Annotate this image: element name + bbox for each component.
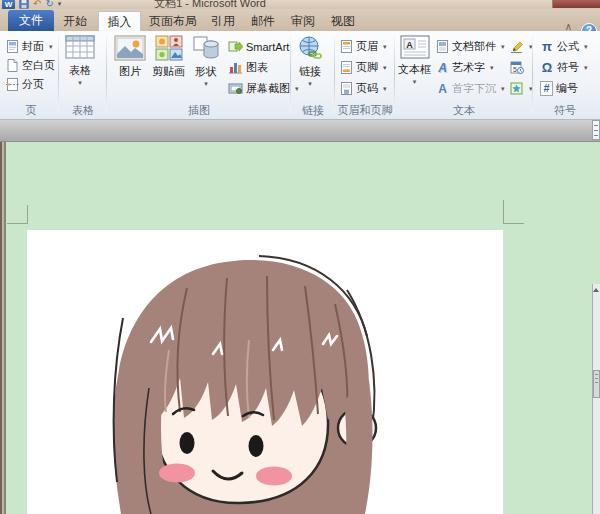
- blank-page-icon: [6, 59, 19, 72]
- window-title: 文档1 - Microsoft Word: [0, 0, 420, 9]
- quick-parts-icon: [436, 40, 449, 53]
- tab-insert[interactable]: 插入: [98, 11, 141, 31]
- svg-text:5: 5: [513, 66, 517, 73]
- close-button[interactable]: [552, 0, 600, 8]
- group-label-pages: 页: [4, 103, 58, 118]
- picture-icon: [114, 35, 146, 61]
- text-box-button[interactable]: A 文本框: [398, 35, 431, 85]
- word-window: W ↶ ↻ ▾ 文档1 - Microsoft Word 文件 开始 插入 页面…: [0, 0, 600, 514]
- group-label-tables: 表格: [60, 103, 106, 118]
- svg-text:A: A: [406, 40, 413, 50]
- scroll-up-icon[interactable]: [593, 288, 599, 292]
- cartoon-girl-illustration: [27, 230, 503, 514]
- tab-home[interactable]: 开始: [58, 11, 92, 31]
- group-header-footer: 页眉 页脚 页码 页眉和页脚: [336, 31, 394, 119]
- group-symbols: π 公式 Ω 符号 # 编号 符号: [534, 31, 596, 119]
- vertical-scrollbar[interactable]: [592, 284, 600, 514]
- object-button[interactable]: [508, 80, 533, 97]
- hyperlink-globe-icon: [297, 35, 323, 61]
- header-icon: [340, 40, 353, 53]
- tab-file[interactable]: 文件: [8, 10, 54, 31]
- drop-cap-icon: A: [436, 82, 449, 96]
- header-button[interactable]: 页眉: [338, 38, 387, 55]
- smartart-icon: [228, 40, 243, 53]
- number-button[interactable]: # 编号: [538, 80, 578, 97]
- footer-button[interactable]: 页脚: [338, 59, 387, 76]
- tab-mailings[interactable]: 邮件: [246, 11, 280, 31]
- tab-references[interactable]: 引用: [206, 11, 240, 31]
- view-ruler-button[interactable]: [592, 120, 600, 140]
- tab-review[interactable]: 审阅: [286, 11, 320, 31]
- picture-button[interactable]: 图片: [114, 35, 146, 79]
- group-label-links: 链接: [292, 103, 334, 118]
- table-icon: [65, 35, 95, 60]
- link-button[interactable]: 链接: [297, 35, 323, 87]
- group-label-symbols: 符号: [534, 103, 596, 118]
- screenshot-button[interactable]: 屏幕截图: [226, 80, 299, 97]
- group-text: A 文本框 文档部件 A 艺术字 A 首字下沉: [396, 31, 532, 119]
- text-boundary-mark-left: [7, 205, 28, 224]
- scrollbar-thumb[interactable]: [593, 370, 600, 398]
- footer-icon: [340, 61, 353, 74]
- shapes-button[interactable]: 形状: [192, 35, 220, 87]
- symbol-button[interactable]: Ω 符号: [538, 59, 588, 76]
- quick-parts-button[interactable]: 文档部件: [434, 38, 505, 55]
- document-page[interactable]: [0, 142, 600, 514]
- ribbon-insert: 封面 空白页 分页 页: [0, 31, 600, 120]
- chart-button[interactable]: 图表: [226, 59, 268, 76]
- group-pages: 封面 空白页 分页 页: [4, 31, 58, 119]
- equation-button[interactable]: π 公式: [538, 38, 588, 55]
- clipart-icon: [155, 35, 183, 61]
- table-button[interactable]: 表格: [65, 35, 95, 86]
- drop-cap-button[interactable]: A 首字下沉: [434, 80, 505, 97]
- screenshot-icon: [228, 83, 243, 95]
- group-label-header-footer: 页眉和页脚: [336, 103, 394, 118]
- page-number-button[interactable]: 页码: [338, 80, 387, 97]
- wordart-button[interactable]: A 艺术字: [434, 59, 494, 76]
- group-illustrations: 图片 剪贴画 形状: [108, 31, 290, 119]
- blank-page-button[interactable]: 空白页: [4, 57, 55, 74]
- chart-icon: [228, 61, 243, 74]
- page-break-button[interactable]: 分页: [4, 76, 44, 93]
- window-frame-edge-dark: [4, 142, 6, 514]
- inserted-picture-cartoon-girl[interactable]: [27, 230, 503, 514]
- wordart-icon: A: [436, 61, 449, 75]
- page-break-icon: [6, 78, 19, 91]
- ribbon-tab-bar: 文件 开始 插入 页面布局 引用 邮件 审阅 视图 ∧ ?: [0, 9, 600, 31]
- text-box-icon: A: [400, 35, 430, 59]
- group-label-illustrations: 插图: [108, 103, 290, 118]
- signature-line-button[interactable]: [508, 38, 533, 55]
- titlebar: W ↶ ↻ ▾ 文档1 - Microsoft Word: [0, 0, 600, 9]
- signature-pen-icon: [510, 40, 524, 53]
- text-boundary-mark-right: [503, 200, 524, 224]
- date-time-button[interactable]: 5: [508, 59, 524, 76]
- shapes-icon: [192, 35, 220, 61]
- date-time-icon: 5: [510, 61, 524, 74]
- cover-page-icon: [6, 40, 19, 53]
- object-icon: [510, 82, 524, 95]
- clipart-button[interactable]: 剪贴画: [152, 35, 185, 79]
- document-top-margin-strip: [0, 120, 600, 142]
- symbol-omega-icon: Ω: [540, 61, 554, 74]
- group-tables: 表格 表格: [60, 31, 106, 119]
- equation-pi-icon: π: [540, 40, 554, 53]
- group-label-text: 文本: [396, 103, 532, 118]
- tab-page-layout[interactable]: 页面布局: [146, 11, 200, 31]
- page-number-icon: [340, 82, 353, 95]
- smartart-button[interactable]: SmartArt: [226, 38, 289, 55]
- cover-page-button[interactable]: 封面: [4, 38, 53, 55]
- group-links: 链接 链接: [292, 31, 334, 119]
- tab-view[interactable]: 视图: [326, 11, 360, 31]
- number-icon: #: [540, 81, 553, 96]
